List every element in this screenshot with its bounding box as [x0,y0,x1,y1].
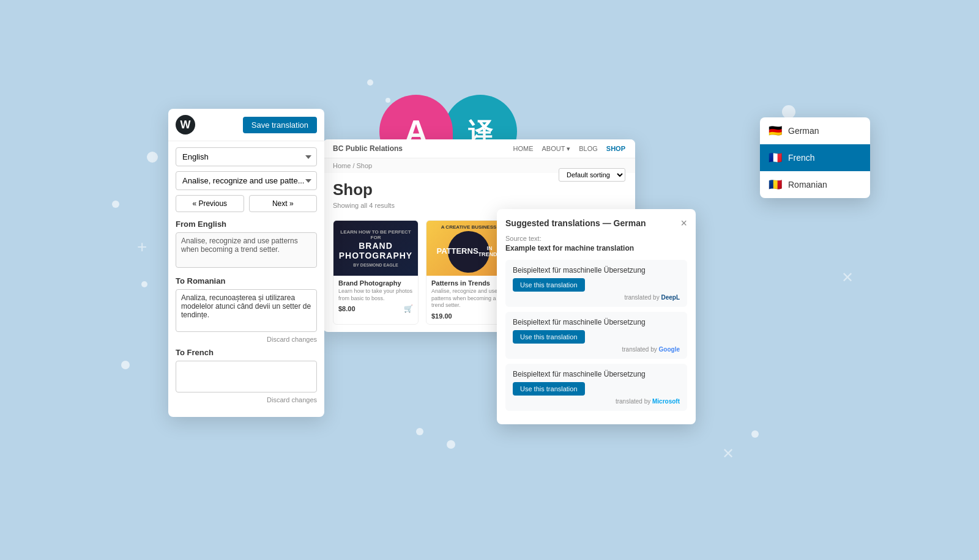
bg-dot-9 [782,105,795,119]
suggestions-title: Suggested translations — German [505,218,646,228]
german-flag: 🇩🇪 [769,124,782,138]
translated-by-1: translated by DeepL [513,294,680,301]
romanian-flag: 🇷🇴 [769,178,782,191]
discard-french-link[interactable]: Discard changes [176,396,317,403]
save-translation-button[interactable]: Save translation [243,117,317,133]
from-english-label: From English [176,219,317,229]
use-translation-button-2[interactable]: Use this translation [513,330,585,344]
product-price-1: $8.00 [338,305,355,312]
wp-editor-body: English Analise, recognize and use patte… [168,141,324,410]
romanian-label: Romanian [788,180,827,190]
nav-about[interactable]: ABOUT ▾ [542,145,570,153]
bg-dot-3 [141,281,147,287]
suggestion-item-2: Beispieltext für maschinelle Übersetzung… [505,312,687,359]
close-suggestions-button[interactable]: × [680,218,687,229]
shop-nav-links: HOME ABOUT ▾ BLOG SHOP [513,145,625,153]
product-desc-1: Learn how to take your photos from basic… [338,288,413,302]
product-price-row-1: $8.00 🛒 [338,304,413,313]
bg-dot-10 [751,430,759,438]
source-text-area: Analise, recognize and use patterns when… [176,232,317,268]
bg-plus-1: + [137,237,147,257]
french-label: French [788,153,815,163]
source-label: Source text: [505,235,687,242]
suggestions-header: Suggested translations — German × [505,218,687,229]
shop-brand: BC Public Relations [333,144,403,153]
product-info-1: Brand Photography Learn how to take your… [333,276,418,317]
language-select[interactable]: English [176,147,317,166]
bg-dot-5 [367,79,373,86]
nav-buttons: « Previous Next » [176,195,317,212]
bg-dot-1 [147,152,158,163]
lang-item-german[interactable]: 🇩🇪 German [760,117,870,144]
bg-dot-8 [447,440,455,449]
suggestion-text-3: Beispieltext für maschinelle Übersetzung [513,370,680,378]
shop-showing: Showing all 4 results [333,202,395,209]
sort-select[interactable]: Default sorting [559,168,625,182]
shop-nav: BC Public Relations HOME ABOUT ▾ BLOG SH… [323,139,635,158]
deepl-logo: DeepL [661,294,680,301]
nav-blog[interactable]: BLOG [579,145,598,153]
google-logo: Google [659,346,680,353]
lang-item-romanian[interactable]: 🇷🇴 Romanian [760,171,870,198]
nav-shop[interactable]: SHOP [606,145,625,153]
bg-dot-7 [416,428,423,435]
product-price-2: $19.00 [431,312,452,320]
bg-dot-2 [112,201,119,208]
source-text: Example text for machine translation [505,244,687,252]
suggestion-text-1: Beispieltext für maschinelle Übersetzung [513,266,680,274]
bg-x-3: ✕ [722,445,734,462]
microsoft-logo: Microsoft [652,398,680,405]
product-name-2: Patterns in Trends [431,279,506,287]
language-dropdown: 🇩🇪 German 🇫🇷 French 🇷🇴 Romanian [760,117,870,198]
next-button[interactable]: Next » [249,195,318,212]
wp-logo: W [176,115,195,134]
cart-icon-1[interactable]: 🛒 [404,304,413,313]
nav-home[interactable]: HOME [513,145,533,153]
product-name-1: Brand Photography [338,279,413,287]
product-desc-2: Analise, recognize and use patterns when… [431,288,506,309]
use-translation-button-1[interactable]: Use this translation [513,278,585,292]
french-flag: 🇫🇷 [769,151,782,164]
string-select[interactable]: Analise, recognize and use patte... [176,171,317,190]
lang-item-french[interactable]: 🇫🇷 French [760,144,870,171]
use-translation-button-3[interactable]: Use this translation [513,382,585,396]
bg-dot-4 [121,361,130,369]
previous-button[interactable]: « Previous [176,195,244,212]
romanian-translation-input[interactable]: Analiza, recunoașterea și utilizarea mod… [176,289,317,332]
wp-editor-header: W Save translation [168,109,324,141]
german-label: German [788,126,819,136]
wp-editor-panel: W Save translation English Analise, reco… [168,109,324,417]
suggestions-panel: Suggested translations — German × Source… [497,209,696,424]
suggestion-item-1: Beispieltext für maschinelle Übersetzung… [505,260,687,307]
translated-by-2: translated by Google [513,346,680,353]
product-price-row-2: $19.00 🛒 [431,312,506,320]
product-img-1: LEARN HOW TO BE PERFECT FOR BRANDPHOTOGR… [333,221,418,276]
discard-romanian-link[interactable]: Discard changes [176,336,317,343]
translated-by-3: translated by Microsoft [513,398,680,405]
french-translation-input[interactable] [176,361,317,392]
suggestion-item-3: Beispieltext für maschinelle Übersetzung… [505,364,687,411]
suggestion-text-2: Beispieltext für maschinelle Übersetzung [513,318,680,326]
to-romanian-label: To Romanian [176,276,317,286]
product-card-1: LEARN HOW TO BE PERFECT FOR BRANDPHOTOGR… [333,220,419,325]
bg-x-2: ✕ [841,269,854,286]
to-french-label: To French [176,348,317,357]
shop-title: Shop [333,180,395,199]
